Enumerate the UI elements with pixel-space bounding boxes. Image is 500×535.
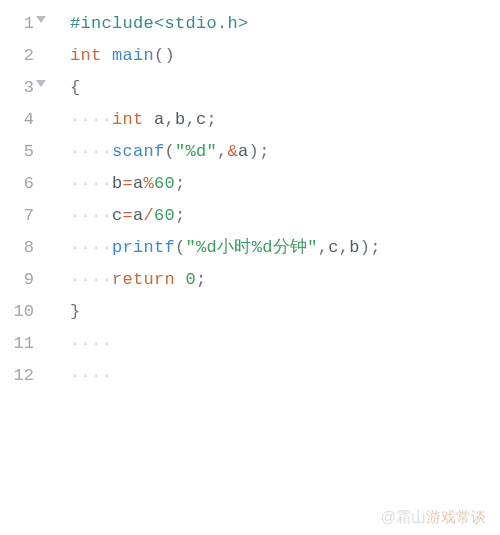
token-punct: ; [175,206,186,225]
token-ws: ···· [70,174,112,193]
line-number: 1 [0,8,34,40]
code-line[interactable]: } [70,296,500,328]
token-punct: , [217,142,228,161]
token-punct: { [70,78,81,97]
fold-toggle-icon[interactable] [36,80,46,87]
token-kw-type: int [70,46,102,65]
token-punct: , [339,238,350,257]
token-ws: ···· [70,270,112,289]
line-number: 6 [0,168,34,200]
line-number: 4 [0,104,34,136]
code-line[interactable]: ····int a,b,c; [70,104,500,136]
code-editor[interactable]: 123456789101112 #include<stdio.h>int mai… [0,0,500,392]
token-plain: b [349,238,360,257]
token-plain: c [328,238,339,257]
line-number: 10 [0,296,34,328]
token-punct: ; [259,142,270,161]
token-op: & [228,142,239,161]
code-line[interactable]: ···· [70,328,500,360]
token-plain: c [112,206,123,225]
token-op: / [144,206,155,225]
code-line[interactable]: ···· [70,360,500,392]
code-line[interactable]: ····scanf("%d",&a); [70,136,500,168]
token-plain: a [133,206,144,225]
token-kw-type: int [112,110,144,129]
token-punct: } [70,302,81,321]
token-punct: ( [165,142,176,161]
token-plain: b [112,174,123,193]
token-punct: , [318,238,329,257]
code-line[interactable]: #include<stdio.h> [70,8,500,40]
token-fn: main [112,46,154,65]
token-op: = [123,174,134,193]
code-line[interactable]: ····b=a%60; [70,168,500,200]
token-plain: b [175,110,186,129]
token-ws: ···· [70,334,112,353]
watermark-main: 游戏常谈 [426,508,486,525]
line-number: 7 [0,200,34,232]
watermark: @霜山游戏常谈 [381,508,486,527]
token-ws: ···· [70,238,112,257]
token-plain: a [133,174,144,193]
code-line[interactable]: ····c=a/60; [70,200,500,232]
code-area[interactable]: #include<stdio.h>int main(){····int a,b,… [48,8,500,392]
token-ws: ···· [70,366,112,385]
token-punct: , [165,110,176,129]
token-punct: () [154,46,175,65]
fold-toggle-icon[interactable] [36,16,46,23]
code-line[interactable]: { [70,72,500,104]
token-punct: ) [360,238,371,257]
token-ws: ···· [70,142,112,161]
line-number: 3 [0,72,34,104]
line-number: 11 [0,328,34,360]
token-plain [102,46,113,65]
token-num: 60 [154,174,175,193]
line-number: 5 [0,136,34,168]
token-preproc: <stdio.h> [154,14,249,33]
token-fn: printf [112,238,175,257]
token-plain: c [196,110,207,129]
code-line[interactable]: ····printf("%d小时%d分钟",c,b); [70,232,500,264]
token-kw-ctrl: return [112,270,175,289]
token-str: "%d小时%d分钟" [186,238,318,257]
watermark-faint: @霜山 [381,508,426,525]
line-number: 9 [0,264,34,296]
token-ws: ···· [70,206,112,225]
line-number: 8 [0,232,34,264]
token-plain: a [238,142,249,161]
token-num: 60 [154,206,175,225]
code-line[interactable]: ····return 0; [70,264,500,296]
line-number: 2 [0,40,34,72]
token-punct: ; [207,110,218,129]
token-punct: ; [175,174,186,193]
token-punct: ; [370,238,381,257]
token-punct: ( [175,238,186,257]
token-punct: ; [196,270,207,289]
token-ws: ···· [70,110,112,129]
token-op: % [144,174,155,193]
token-str: "%d" [175,142,217,161]
token-num: 0 [186,270,197,289]
code-line[interactable]: int main() [70,40,500,72]
token-plain [175,270,186,289]
line-number: 12 [0,360,34,392]
token-preproc: #include [70,14,154,33]
token-op: = [123,206,134,225]
token-plain: a [144,110,165,129]
token-punct: , [186,110,197,129]
token-fn: scanf [112,142,165,161]
line-number-gutter: 123456789101112 [0,8,48,392]
token-punct: ) [249,142,260,161]
